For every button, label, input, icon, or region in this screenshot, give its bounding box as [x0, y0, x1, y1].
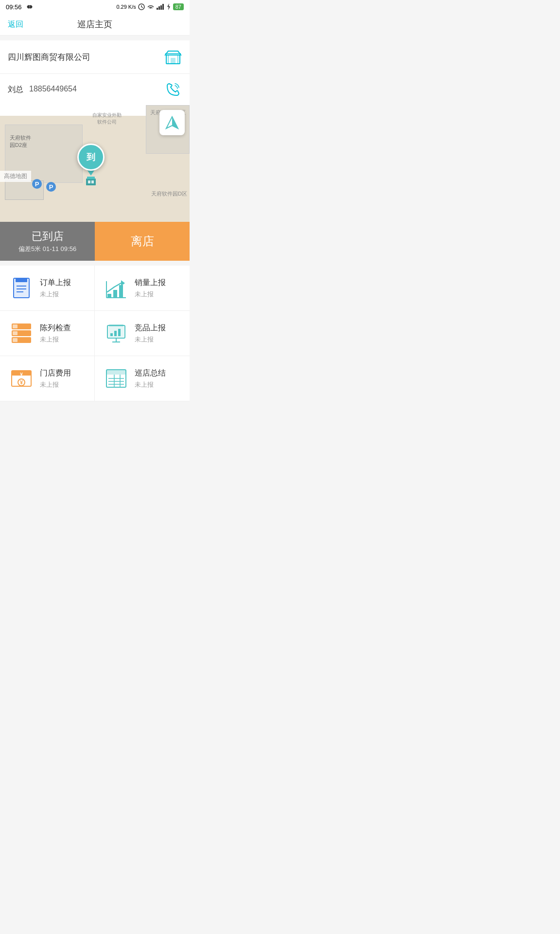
func-expense[interactable]: ¥ ¥ 门店费用 未上报	[0, 356, 95, 401]
arrived-button[interactable]: 已到店 偏差5米 01-11 09:56	[0, 222, 95, 261]
nav-bar: 返回 巡店主页	[0, 14, 190, 36]
func-order[interactable]: 订单上报 未上报	[0, 266, 95, 311]
status-bar: 09:56 0.29 K/s 87	[0, 0, 190, 14]
order-title: 订单上报	[40, 278, 71, 288]
display-title: 陈列检查	[40, 323, 71, 333]
svg-rect-26	[113, 290, 117, 298]
svg-rect-27	[119, 285, 123, 298]
leave-button[interactable]: 离店	[95, 222, 190, 261]
sales-icon	[105, 276, 128, 300]
svg-rect-39	[110, 333, 113, 336]
svg-rect-9	[171, 58, 175, 64]
map-label-bottom: 天府软件园D区	[151, 190, 187, 198]
status-time: 09:56	[6, 3, 22, 11]
back-button[interactable]: 返回	[8, 19, 23, 30]
svg-rect-25	[107, 294, 111, 298]
battery-level: 87	[173, 3, 184, 10]
svg-rect-40	[114, 331, 117, 336]
order-status: 未上报	[40, 290, 71, 299]
func-competitor[interactable]: 竞品上报 未上报	[95, 311, 190, 356]
competitor-status: 未上报	[135, 335, 166, 344]
contact-row: 刘总 18856449654	[0, 74, 190, 105]
svg-rect-35	[13, 331, 18, 335]
svg-rect-21	[16, 278, 27, 282]
sales-status: 未上报	[135, 290, 166, 299]
summary-icon	[105, 367, 128, 390]
page-title: 巡店主页	[77, 18, 112, 30]
expense-title: 门店费用	[40, 368, 71, 378]
svg-rect-3	[157, 8, 158, 10]
competitor-icon	[105, 322, 128, 345]
svg-text:¥: ¥	[20, 379, 23, 385]
infinity-icon	[25, 3, 35, 10]
svg-rect-34	[13, 324, 18, 328]
svg-rect-16	[87, 177, 95, 179]
expense-status: 未上报	[40, 380, 71, 389]
svg-rect-13	[86, 179, 96, 185]
signal-icon	[157, 4, 164, 10]
svg-rect-15	[91, 180, 94, 183]
arrived-label: 已到店	[32, 229, 64, 244]
func-sales[interactable]: 销量上报 未上报	[95, 266, 190, 311]
svg-marker-7	[167, 3, 170, 10]
order-icon	[10, 276, 33, 300]
arrived-sub: 偏差5米 01-11 09:56	[18, 245, 76, 253]
sales-title: 销量上报	[135, 278, 166, 288]
wifi-icon	[147, 4, 155, 10]
svg-rect-6	[162, 4, 164, 10]
phone-icon[interactable]	[164, 81, 182, 98]
marker-label: 到	[87, 151, 95, 163]
company-name: 四川辉图商贸有限公司	[8, 52, 90, 63]
summary-title: 巡店总结	[135, 368, 166, 378]
navigate-icon	[165, 116, 179, 129]
map-label-office: 自家安业外勤软件公司	[83, 112, 131, 126]
charging-icon	[166, 3, 171, 10]
display-status: 未上报	[40, 335, 71, 344]
parking-sign: P	[32, 179, 42, 189]
map-brand: 高德地图	[0, 171, 31, 182]
svg-rect-14	[88, 180, 90, 183]
summary-status: 未上报	[135, 380, 166, 389]
map-bottom-buttons: 已到店 偏差5米 01-11 09:56 离店	[0, 222, 190, 261]
svg-rect-51	[106, 370, 126, 375]
contact-phone: 18856449654	[29, 85, 77, 95]
svg-text:¥: ¥	[20, 372, 23, 377]
contact-name: 刘总	[8, 85, 23, 95]
navigate-button[interactable]	[159, 110, 185, 135]
display-icon	[10, 322, 33, 345]
info-section: 四川辉图商贸有限公司 刘总 18856449654	[0, 40, 190, 105]
map-parking-2: P	[46, 182, 56, 192]
func-summary[interactable]: 巡店总结 未上报	[95, 356, 190, 401]
svg-line-2	[141, 7, 143, 8]
svg-rect-4	[158, 6, 160, 10]
location-marker: 到	[77, 144, 105, 188]
competitor-title: 竞品上报	[135, 323, 166, 333]
function-grid: 订单上报 未上报 销量上报 未上报	[0, 266, 190, 401]
company-row: 四川辉图商贸有限公司	[0, 40, 190, 74]
network-speed: 0.29 K/s	[116, 4, 136, 10]
clock-icon	[138, 3, 145, 10]
marker-building-icon	[83, 177, 99, 188]
expense-icon: ¥ ¥	[10, 367, 33, 390]
leave-label: 离店	[131, 234, 154, 249]
svg-rect-41	[118, 329, 121, 336]
func-display[interactable]: 陈列检查 未上报	[0, 311, 95, 356]
svg-rect-5	[160, 5, 162, 10]
map-section: 天府软件园D区 天府软件园D2座 自家安业外勤软件公司 天府软件园D区 P P …	[0, 105, 190, 222]
svg-rect-36	[13, 338, 18, 342]
shop-icon	[164, 48, 182, 66]
map-label-soft-park: 天府软件园D2座	[10, 134, 31, 149]
